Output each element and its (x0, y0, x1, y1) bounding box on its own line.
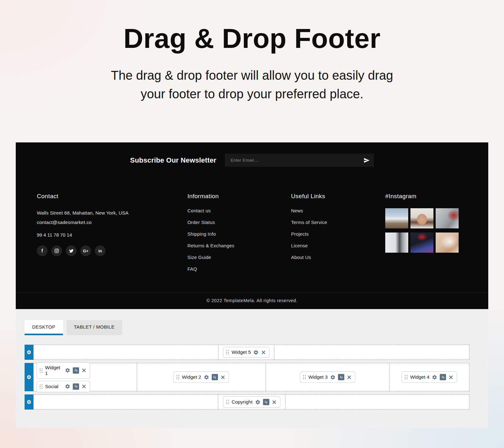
footer-link[interactable]: Shipping Info (187, 232, 291, 237)
paper-plane-icon[interactable] (364, 157, 370, 164)
drag-handle-icon[interactable] (40, 368, 43, 373)
footer-link[interactable]: Returns & Exchanges (187, 243, 291, 248)
footer-preview-panel: Subscribe Our Newsletter Contact Walls S… (16, 142, 488, 428)
widget-settings-icon[interactable] (253, 350, 259, 355)
widget-chip[interactable]: Widget 2 (173, 371, 229, 383)
hero-section: Drag & Drop Footer The drag & drop foote… (0, 0, 504, 103)
builder-cell[interactable]: Widget 5 (219, 345, 274, 359)
footer-link[interactable]: About Us (291, 255, 385, 260)
information-links: Contact us Order Status Shipping Info Re… (187, 208, 291, 272)
widget-chip[interactable]: Widget 4 (402, 371, 457, 383)
widget-settings-icon[interactable] (65, 368, 70, 373)
widget-width-icon[interactable] (73, 367, 79, 374)
footer-link[interactable]: Order Status (187, 220, 291, 225)
page-title: Drag & Drop Footer (0, 23, 504, 54)
footer-column-useful-links: Useful Links News Terms of Service Proje… (291, 193, 385, 278)
subtitle-line-1: The drag & drop footer will allow you to… (111, 68, 393, 82)
drag-handle-icon[interactable] (40, 384, 43, 389)
widget-settings-icon[interactable] (330, 375, 335, 380)
newsletter-input-wrap (225, 154, 374, 167)
widget-remove-icon[interactable] (82, 384, 86, 389)
widget-width-icon[interactable] (440, 374, 446, 380)
builder-cell[interactable]: Widget 2 (137, 363, 266, 391)
widget-remove-icon[interactable] (82, 368, 86, 373)
instagram-photo-firefighter[interactable] (410, 233, 433, 253)
builder-cell[interactable]: Widget 4 (390, 363, 469, 391)
row-settings-button[interactable] (25, 363, 33, 391)
footer-link[interactable]: License (291, 243, 385, 248)
widget-settings-icon[interactable] (65, 384, 70, 389)
drag-handle-icon[interactable] (226, 350, 229, 354)
drag-handle-icon[interactable] (226, 400, 229, 404)
instagram-photo-bedroom[interactable] (385, 233, 408, 253)
widget-remove-icon[interactable] (449, 375, 453, 380)
builder-row-2: Widget 1 (25, 363, 469, 391)
widget-width-icon[interactable] (212, 374, 218, 380)
useful-links-heading: Useful Links (291, 193, 385, 200)
google-plus-icon[interactable]: G+ (80, 245, 91, 256)
widget-width-icon[interactable] (338, 374, 344, 380)
drag-handle-icon[interactable] (303, 375, 306, 379)
widget-remove-icon[interactable] (347, 375, 352, 380)
footer-link[interactable]: Projects (291, 232, 385, 237)
widget-remove-icon[interactable] (272, 400, 277, 405)
builder-cell-empty[interactable] (34, 395, 218, 409)
widget-settings-icon[interactable] (255, 399, 261, 405)
instagram-photo-cyclist[interactable] (385, 208, 408, 228)
tab-tablet-mobile[interactable]: TABLET / MOBILE (66, 320, 122, 335)
footer-link[interactable]: News (291, 208, 385, 213)
widget-label: Widget 5 (232, 349, 251, 355)
social-icons-row: G+ in (37, 245, 187, 256)
instagram-icon[interactable] (51, 245, 62, 256)
widget-width-icon[interactable] (263, 399, 269, 405)
linkedin-icon[interactable]: in (95, 245, 106, 256)
email-input[interactable] (225, 154, 374, 167)
gear-icon (26, 350, 32, 355)
widget-remove-icon[interactable] (220, 375, 225, 380)
widget-label: Widget 2 (182, 374, 201, 380)
builder-cell-empty[interactable] (285, 395, 469, 409)
widget-label: Widget 4 (410, 374, 429, 380)
builder-cell[interactable]: Copyright (218, 395, 285, 409)
widget-chip[interactable]: Widget 3 (300, 371, 355, 383)
widget-chip[interactable]: Social (37, 381, 90, 392)
widget-width-icon[interactable] (73, 383, 79, 390)
widget-chip[interactable]: Widget 5 (223, 347, 270, 358)
footer-link[interactable]: Size Guide (187, 255, 291, 260)
widget-remove-icon[interactable] (261, 350, 266, 355)
footer-column-instagram: #Instagram (385, 193, 467, 278)
builder-cell[interactable]: Widget 3 (266, 363, 390, 391)
footer-columns: Contact Walls Street 68, Mahattan, New Y… (16, 178, 488, 278)
row-settings-button[interactable] (25, 394, 33, 410)
footer-link[interactable]: Terms of Service (291, 220, 385, 225)
widget-label: Widget 3 (308, 374, 328, 380)
footer-link[interactable]: FAQ (187, 267, 291, 272)
widget-settings-icon[interactable] (432, 375, 437, 380)
widget-chip[interactable]: Widget 1 (37, 362, 90, 379)
builder-cell-empty[interactable] (274, 345, 469, 359)
twitter-icon[interactable] (66, 245, 77, 256)
row-settings-button[interactable] (25, 345, 33, 360)
instagram-photo-mechanic[interactable] (436, 208, 459, 228)
widget-label: Copyright (232, 399, 252, 405)
widget-label: Widget 1 (45, 365, 62, 376)
builder-cell-empty[interactable] (34, 345, 219, 359)
device-tabs: DESKTOP TABLET / MOBILE (25, 320, 488, 335)
tab-desktop[interactable]: DESKTOP (25, 320, 63, 335)
builder-cell[interactable]: Widget 1 (34, 363, 137, 391)
contact-address: Walls Street 68, Mahattan, New York, USA (37, 208, 187, 218)
instagram-photo-wedding[interactable] (436, 233, 459, 253)
gear-icon (26, 399, 32, 405)
builder-rows: Widget 5 (25, 345, 469, 410)
widget-chip[interactable]: Copyright (223, 396, 280, 408)
facebook-icon[interactable] (37, 245, 48, 256)
contact-email[interactable]: contact@sadesmarket.co (37, 218, 187, 227)
instagram-photo-child-glasses[interactable] (410, 208, 433, 228)
contact-phone[interactable]: 99 4 11 78 70 14 (37, 232, 187, 238)
contact-heading: Contact (37, 193, 187, 200)
footer-link[interactable]: Contact us (187, 208, 291, 213)
drag-handle-icon[interactable] (176, 375, 179, 379)
drag-handle-icon[interactable] (405, 375, 408, 379)
widget-settings-icon[interactable] (204, 375, 209, 380)
newsletter-bar: Subscribe Our Newsletter (16, 142, 488, 178)
